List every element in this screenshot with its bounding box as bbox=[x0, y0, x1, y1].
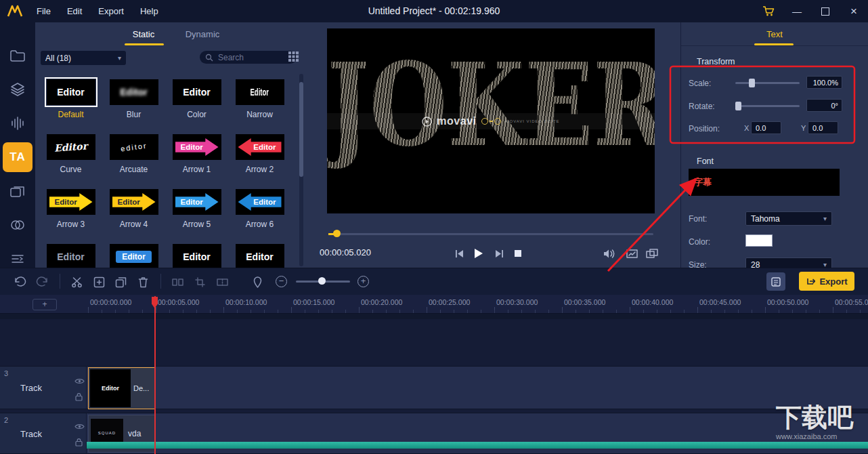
style-item-arrow3[interactable]: Editor Arrow 3 bbox=[39, 189, 102, 244]
previous-frame-button[interactable] bbox=[452, 247, 466, 260]
scale-slider[interactable] bbox=[735, 82, 800, 84]
ruler-minor-ticks bbox=[88, 310, 868, 313]
category-dropdown[interactable]: All (18)▾ bbox=[41, 51, 126, 65]
sidebar-item-audio[interactable] bbox=[0, 106, 35, 140]
stop-button[interactable] bbox=[511, 247, 525, 260]
ruler-label: 00:00:30.000 bbox=[496, 298, 538, 306]
tab-static[interactable]: Static bbox=[123, 29, 164, 39]
menu-export[interactable]: Export bbox=[98, 6, 124, 16]
zoom-in-button[interactable]: + bbox=[357, 276, 369, 287]
search-input[interactable] bbox=[217, 52, 280, 63]
visibility-icon[interactable] bbox=[74, 377, 85, 385]
search-box[interactable] bbox=[200, 51, 297, 64]
title-clip[interactable]: Editor De... bbox=[88, 367, 155, 409]
next-frame-button[interactable] bbox=[492, 247, 506, 260]
scrollbar-thumb[interactable] bbox=[299, 82, 303, 177]
add-track-button[interactable]: + bbox=[32, 299, 57, 310]
detach-audio-button[interactable] bbox=[214, 274, 230, 290]
color-swatch[interactable] bbox=[745, 234, 773, 247]
export-icon bbox=[806, 276, 815, 286]
split-button[interactable] bbox=[169, 274, 186, 290]
menu-help[interactable]: Help bbox=[140, 6, 158, 16]
menu-file[interactable]: File bbox=[37, 6, 51, 16]
style-item-color[interactable]: Editor Color bbox=[165, 79, 228, 134]
tab-dynamic[interactable]: Dynamic bbox=[179, 29, 226, 39]
style-item-arrow1[interactable]: Editor Arrow 1 bbox=[165, 134, 228, 189]
scale-label: Scale: bbox=[689, 79, 711, 88]
style-item-14[interactable]: Editor bbox=[102, 244, 165, 268]
style-item-arrow6[interactable]: Editor Arrow 6 bbox=[228, 189, 291, 244]
style-item-arcuate[interactable]: editor Arcuate bbox=[102, 134, 165, 189]
style-item-arrow4[interactable]: Editor Arrow 4 bbox=[102, 189, 165, 244]
style-item-arrow5[interactable]: Editor Arrow 5 bbox=[165, 189, 228, 244]
seek-bar[interactable] bbox=[328, 233, 653, 235]
duplicate-button[interactable] bbox=[112, 274, 129, 290]
marker-button[interactable] bbox=[249, 274, 265, 290]
volume-icon[interactable] bbox=[602, 247, 617, 260]
redo-button[interactable] bbox=[34, 274, 50, 290]
style-item-blur[interactable]: Editor Blur bbox=[102, 79, 165, 134]
style-item-default[interactable]: Editor Default bbox=[39, 79, 102, 134]
export-button[interactable]: Export bbox=[799, 272, 854, 291]
style-item-narrow[interactable]: Editor Narrow bbox=[228, 79, 291, 134]
ruler-label: 00:00:35.000 bbox=[564, 298, 605, 306]
font-select[interactable]: Tahoma▾ bbox=[745, 211, 832, 226]
visibility-icon[interactable] bbox=[74, 423, 85, 430]
size-select[interactable]: 28▾ bbox=[745, 257, 832, 268]
audio-waveform-bar[interactable] bbox=[87, 442, 868, 449]
ruler-label: 00:00:00.000 bbox=[90, 298, 131, 306]
dual-display-icon[interactable] bbox=[645, 247, 659, 260]
maximize-button[interactable] bbox=[811, 0, 840, 22]
aspect-ratio-icon[interactable] bbox=[624, 247, 639, 260]
zoom-out-button[interactable]: − bbox=[276, 276, 287, 287]
rotate-slider[interactable] bbox=[735, 105, 800, 107]
close-button[interactable]: × bbox=[840, 0, 868, 22]
scale-value-field[interactable]: 100.0% bbox=[806, 76, 842, 89]
playhead[interactable] bbox=[154, 296, 156, 454]
y-value-field[interactable]: 0.0 bbox=[808, 121, 838, 134]
sidebar-item-stickers[interactable] bbox=[0, 174, 35, 208]
scale-slider-handle[interactable] bbox=[749, 79, 755, 87]
rotate-value-field[interactable]: 0° bbox=[806, 99, 842, 112]
style-item-13[interactable]: Editor bbox=[39, 244, 102, 268]
cut-button[interactable] bbox=[68, 274, 85, 290]
rotate-slider-handle[interactable] bbox=[735, 102, 741, 110]
cart-icon[interactable] bbox=[754, 0, 783, 22]
edit-toolbar bbox=[0, 268, 868, 295]
ruler-label: 00:00:10.000 bbox=[225, 298, 267, 306]
menu-edit[interactable]: Edit bbox=[67, 6, 82, 16]
add-clip-button[interactable] bbox=[91, 274, 107, 290]
x-value-field[interactable]: 0.0 bbox=[751, 121, 781, 134]
grid-view-icon[interactable] bbox=[288, 51, 299, 62]
seek-handle[interactable] bbox=[333, 230, 341, 237]
clip-thumbnail: Editor bbox=[90, 369, 131, 407]
style-item-curve[interactable]: Editor Curve bbox=[39, 134, 102, 189]
sidebar-item-media[interactable] bbox=[0, 39, 35, 73]
sidebar-item-filters[interactable] bbox=[0, 208, 35, 242]
text-properties-panel: Text Transform Scale: 100.0% Rotate: 0° … bbox=[680, 22, 868, 268]
style-item-16[interactable]: Editor bbox=[228, 244, 291, 268]
delete-button[interactable] bbox=[135, 274, 151, 290]
sidebar-item-titles[interactable]: TA bbox=[0, 140, 35, 174]
clip-properties-button[interactable] bbox=[766, 272, 785, 291]
undo-button[interactable] bbox=[12, 274, 28, 290]
scrollbar[interactable] bbox=[299, 74, 303, 266]
rotate-label: Rotate: bbox=[689, 102, 715, 111]
tab-text[interactable]: Text bbox=[681, 29, 868, 39]
chevron-down-icon: ▾ bbox=[823, 215, 827, 222]
timeline-ruler[interactable]: 00:00:00.00000:00:05.00000:00:10.00000:0… bbox=[0, 295, 868, 314]
play-button[interactable] bbox=[471, 247, 485, 260]
timeline-zoom-handle[interactable] bbox=[318, 277, 326, 285]
track-2-header: 2 Track bbox=[0, 413, 87, 453]
lock-icon[interactable] bbox=[74, 438, 83, 447]
crop-button[interactable] bbox=[192, 274, 208, 290]
text-sample-field[interactable]: 字幕 bbox=[689, 169, 840, 196]
lock-icon[interactable] bbox=[74, 392, 83, 401]
track-name: Track bbox=[20, 383, 42, 393]
style-item-15[interactable]: Editor bbox=[165, 244, 228, 268]
ruler-label: 00:00:15.000 bbox=[293, 298, 334, 306]
style-item-arrow2[interactable]: Editor Arrow 2 bbox=[228, 134, 291, 189]
sidebar-item-transitions[interactable] bbox=[0, 73, 35, 106]
position-label: Position: bbox=[689, 124, 720, 133]
minimize-button[interactable]: — bbox=[783, 0, 811, 22]
